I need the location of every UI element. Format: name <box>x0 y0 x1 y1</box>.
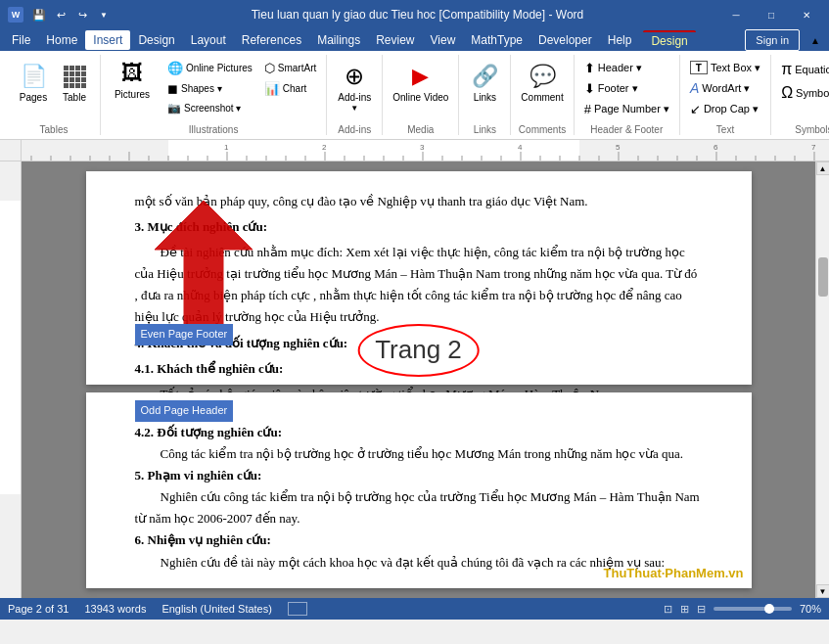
minimize-button[interactable]: ─ <box>721 5 751 24</box>
footer-button[interactable]: ⬇ Footer ▾ <box>580 79 673 98</box>
main-area: một số văn bản pháp quy, công cụ đào tạo… <box>0 161 829 598</box>
scroll-track[interactable] <box>816 175 829 584</box>
scroll-thumb[interactable] <box>818 257 828 297</box>
menu-insert[interactable]: Insert <box>85 30 130 50</box>
pictures-icon: 🖼 <box>121 61 143 86</box>
header-button[interactable]: ⬆ Header ▾ <box>580 59 673 77</box>
status-right: ⊡ ⊞ ⊟ 70% <box>664 603 821 616</box>
menu-review[interactable]: Review <box>368 30 422 50</box>
close-button[interactable]: ✕ <box>792 5 821 24</box>
ribbon-group-comments: 💬 Comment Comments <box>511 55 574 135</box>
screenshot-button[interactable]: 📷 Screenshot ▾ <box>163 100 256 116</box>
addins-button[interactable]: ⊕ Add-ins ▼ <box>333 59 376 115</box>
header-footer-group-label: Header & Footer <box>580 122 673 135</box>
svg-text:4: 4 <box>518 143 523 152</box>
equation-label: Equation ▾ <box>795 64 829 76</box>
restore-button[interactable]: □ <box>757 5 786 24</box>
page-info: Page 2 of 31 <box>8 603 69 615</box>
menu-design2[interactable]: Design <box>643 30 695 50</box>
page2: Odd Page Header 4.2. Đối tượng nghiên cứ… <box>86 392 752 588</box>
doc-scroll-area[interactable]: một số văn bản pháp quy, công cụ đào tạo… <box>22 161 815 598</box>
odd-page-header-label: Odd Page Header <box>135 400 234 422</box>
pages-label: Pages <box>20 92 47 104</box>
page2-line6: Nghiên cứu đề tài này một cách khoa học … <box>135 552 703 574</box>
save-button[interactable]: 💾 <box>29 5 49 24</box>
menu-layout[interactable]: Layout <box>183 30 234 50</box>
online-pictures-icon: 🌐 <box>167 61 183 75</box>
page2-line3: 5. Phạm vi nghiên cứu: <box>135 465 703 486</box>
wordart-label: WordArt ▾ <box>702 82 750 95</box>
redo-button[interactable]: ↪ <box>72 5 92 24</box>
addins-icon: ⊕ <box>339 61 370 92</box>
table-icon <box>59 61 90 92</box>
pictures-button[interactable]: 🖼 Pictures <box>107 59 158 102</box>
menu-view[interactable]: View <box>423 30 464 50</box>
addins-group-label: Add-ins <box>333 122 376 135</box>
view-print-button[interactable]: ⊡ <box>664 603 672 616</box>
ribbon-group-tables: 📄 Pages Table Tables <box>8 55 101 135</box>
menu-design[interactable]: Design <box>130 30 182 50</box>
dropcap-button[interactable]: ↙ Drop Cap ▾ <box>686 100 764 118</box>
wordart-icon: A <box>690 80 699 96</box>
header-label: Header ▾ <box>598 62 642 74</box>
text-box-icon: T <box>690 61 708 74</box>
menu-mailings[interactable]: Mailings <box>309 30 368 50</box>
wordart-button[interactable]: A WordArt ▾ <box>686 78 764 98</box>
ribbon-group-text: T Text Box ▾ A WordArt ▾ ↙ Drop Cap ▾ Te… <box>680 55 771 135</box>
screenshot-label: Screenshot ▾ <box>184 103 241 114</box>
vertical-scrollbar[interactable]: ▲ ▼ <box>815 161 829 598</box>
page-number-label: Page Number ▾ <box>594 103 669 115</box>
view-read-button[interactable]: ⊟ <box>697 603 706 616</box>
pages-button[interactable]: 📄 Pages <box>14 59 53 106</box>
media-group-label: Media <box>389 122 452 135</box>
quick-access-dropdown[interactable]: ▼ <box>94 5 114 24</box>
chart-label: Chart <box>283 83 306 94</box>
links-button[interactable]: 🔗 Links <box>465 59 504 106</box>
online-video-button[interactable]: ▶ Online Video <box>389 59 452 106</box>
view-web-button[interactable]: ⊞ <box>680 603 689 616</box>
symbol-icon: Ω <box>781 84 793 102</box>
table-button[interactable]: Table <box>55 59 94 106</box>
comment-button[interactable]: 💬 Comment <box>517 59 567 106</box>
equation-button[interactable]: π Equation ▾ <box>777 59 829 80</box>
scroll-up-button[interactable]: ▲ <box>816 161 830 175</box>
menu-home[interactable]: Home <box>38 30 85 50</box>
ribbon-group-symbols: π Equation ▾ Ω Symbol ▾ Symbols <box>771 55 829 135</box>
page1-line3: Đề tài nghiên cứu nhằm mục đích: Xem xét… <box>135 242 703 328</box>
symbol-label: Symbol ▾ <box>796 87 829 100</box>
text-box-button[interactable]: T Text Box ▾ <box>686 59 764 76</box>
title-bar: W 💾 ↩ ↪ ▼ Tieu luan quan ly giao duc Tie… <box>0 0 829 29</box>
zoom-slider[interactable] <box>714 607 792 611</box>
zoom-thumb[interactable] <box>764 604 774 614</box>
sign-in-button[interactable]: Sign in <box>745 29 800 51</box>
equation-icon: π <box>781 61 792 78</box>
symbol-button[interactable]: Ω Symbol ▾ <box>777 82 829 104</box>
status-bar: Page 2 of 31 13943 words English (United… <box>0 598 829 620</box>
undo-button[interactable]: ↩ <box>51 5 70 24</box>
pages-icon: 📄 <box>18 61 49 92</box>
menu-help[interactable]: Help <box>600 30 640 50</box>
smartart-button[interactable]: ⬡ SmartArt <box>260 59 320 77</box>
online-pictures-button[interactable]: 🌐 Online Pictures <box>163 59 256 77</box>
dropcap-label: Drop Cap ▾ <box>704 103 759 115</box>
svg-text:6: 6 <box>714 143 718 152</box>
menu-references[interactable]: References <box>234 30 309 50</box>
language-icon <box>288 602 307 616</box>
text-buttons: T Text Box ▾ A WordArt ▾ ↙ Drop Cap ▾ <box>686 55 764 122</box>
scroll-down-button[interactable]: ▼ <box>816 584 830 598</box>
shapes-button[interactable]: ◼ Shapes ▾ <box>163 79 256 98</box>
chart-button[interactable]: 📊 Chart <box>260 79 320 98</box>
symbols-buttons: π Equation ▾ Ω Symbol ▾ <box>777 55 829 122</box>
ribbon-collapse-button[interactable]: ▲ <box>806 30 825 50</box>
menu-mathtype[interactable]: MathType <box>463 30 530 50</box>
menu-file[interactable]: File <box>4 30 38 50</box>
page2-line2: Công tác kiểm tra nội bộ trường học ở tr… <box>135 443 703 465</box>
svg-rect-51 <box>0 201 22 494</box>
menu-developer[interactable]: Developer <box>530 30 600 50</box>
symbols-group-label: Symbols <box>777 122 829 135</box>
ribbon-group-addins: ⊕ Add-ins ▼ Add-ins <box>327 55 383 135</box>
svg-text:3: 3 <box>420 143 425 152</box>
page-number-button[interactable]: # Page Number ▾ <box>580 100 673 118</box>
online-video-label: Online Video <box>392 92 448 104</box>
table-label: Table <box>63 92 86 104</box>
